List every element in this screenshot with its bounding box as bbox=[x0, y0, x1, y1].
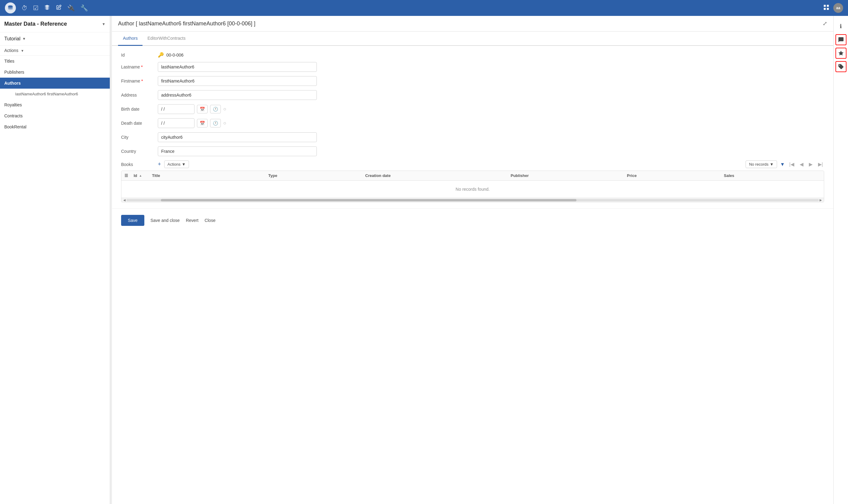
grid-icon[interactable] bbox=[823, 4, 830, 12]
edit-check-icon[interactable] bbox=[56, 4, 62, 12]
table-body: No records found. bbox=[121, 181, 824, 198]
firstname-input[interactable] bbox=[158, 76, 317, 86]
deathdate-time-icon[interactable]: 🕐 bbox=[210, 119, 221, 127]
form-row-birthdate: Birth date 📅 🕐 ○ bbox=[121, 104, 824, 114]
checkbox-icon[interactable]: ☑ bbox=[33, 4, 38, 12]
country-label: Country bbox=[121, 149, 158, 154]
sidebar-dropdown-icon[interactable]: ▼ bbox=[102, 22, 106, 26]
scroll-left-icon[interactable]: ◀ bbox=[123, 198, 126, 202]
filter-button[interactable]: ▼ bbox=[780, 162, 785, 167]
books-table: ☰ Id ▲ Title Type Creation date Publishe… bbox=[121, 170, 824, 202]
deathdate-input[interactable] bbox=[158, 118, 194, 128]
city-label: City bbox=[121, 135, 158, 140]
scrollbar-thumb[interactable] bbox=[161, 199, 577, 201]
sidebar-item-royalties[interactable]: Royalties bbox=[0, 99, 110, 110]
id-value-container: 🔑 00-0-006 bbox=[158, 52, 183, 58]
form-row-firstname: Firstname bbox=[121, 76, 824, 86]
avatar[interactable]: aa bbox=[833, 3, 843, 13]
tag-panel-icon[interactable] bbox=[835, 61, 846, 72]
deathdate-label: Death date bbox=[121, 121, 158, 126]
books-add-button[interactable]: + bbox=[158, 161, 161, 167]
next-page-button[interactable]: ▶ bbox=[808, 161, 814, 168]
tutorial-dropdown-icon[interactable]: ▼ bbox=[22, 37, 26, 41]
actions-dropdown-icon[interactable]: ▼ bbox=[21, 49, 24, 53]
th-menu-icon: ☰ bbox=[124, 173, 134, 178]
right-panel: ℹ bbox=[833, 16, 848, 504]
sidebar-item-titles[interactable]: Titles bbox=[0, 56, 110, 67]
birthdate-input[interactable] bbox=[158, 104, 194, 114]
star-panel-icon[interactable] bbox=[835, 48, 846, 59]
th-sales[interactable]: Sales bbox=[724, 173, 821, 178]
books-toolbar: + Actions ▼ No records ▼ ▼ |◀ bbox=[158, 160, 824, 168]
books-actions-label: Actions bbox=[167, 162, 181, 166]
lastname-input[interactable] bbox=[158, 62, 317, 72]
form-row-deathdate: Death date 📅 🕐 ○ bbox=[121, 118, 824, 128]
wrench-icon[interactable]: 🔧 bbox=[81, 4, 88, 12]
form-content: Id 🔑 00-0-006 Lastname Firstname bbox=[112, 46, 833, 209]
clock-icon[interactable]: ⏱ bbox=[21, 4, 28, 12]
sidebar-header: Master Data - Reference ▼ bbox=[0, 16, 110, 32]
deathdate-clear-icon[interactable]: ○ bbox=[223, 121, 226, 126]
form-panel: Authors EditorWithContracts Id 🔑 00-0-00… bbox=[112, 32, 833, 504]
firstname-label: Firstname bbox=[121, 78, 158, 84]
plug-icon[interactable]: 🔌 bbox=[67, 4, 75, 12]
svg-rect-3 bbox=[824, 7, 826, 10]
first-page-button[interactable]: |◀ bbox=[788, 161, 795, 168]
prev-page-button[interactable]: ◀ bbox=[798, 161, 805, 168]
svg-rect-1 bbox=[824, 4, 826, 6]
comment-panel-icon[interactable] bbox=[835, 34, 846, 45]
tab-authors[interactable]: Authors bbox=[118, 32, 142, 46]
sidebar: Master Data - Reference ▼ Tutorial ▼ Act… bbox=[0, 16, 110, 504]
sidebar-nav: Titles Publishers Authors lastNameAuthor… bbox=[0, 56, 110, 504]
info-panel-icon[interactable]: ℹ bbox=[835, 21, 846, 32]
id-value: 00-0-006 bbox=[166, 53, 183, 57]
revert-button[interactable]: Revert bbox=[186, 215, 198, 226]
form-row-city: City bbox=[121, 132, 824, 142]
top-bar-right: aa bbox=[823, 3, 843, 13]
books-header: Books + Actions ▼ No records ▼ bbox=[121, 160, 824, 168]
th-title[interactable]: Title bbox=[152, 173, 268, 178]
content-title: Author [ lastNameAuthor6 firstNameAuthor… bbox=[118, 20, 255, 27]
database-icon[interactable] bbox=[5, 2, 16, 14]
deathdate-value-container: 📅 🕐 ○ bbox=[158, 118, 226, 128]
no-records-label: No records bbox=[749, 162, 768, 166]
th-type[interactable]: Type bbox=[268, 173, 365, 178]
svg-rect-4 bbox=[827, 7, 829, 10]
no-records-dropdown-icon: ▼ bbox=[770, 162, 774, 166]
birthdate-clear-icon[interactable]: ○ bbox=[223, 106, 226, 112]
sidebar-item-bookrental[interactable]: BookRental bbox=[0, 121, 110, 132]
country-input[interactable] bbox=[158, 146, 317, 156]
sidebar-actions[interactable]: Actions ▼ bbox=[0, 46, 110, 56]
expand-icon[interactable]: ⤢ bbox=[823, 20, 827, 27]
svg-marker-5 bbox=[838, 51, 843, 56]
scroll-right-icon[interactable]: ▶ bbox=[819, 198, 823, 202]
books-actions-dropdown-icon: ▼ bbox=[182, 162, 186, 166]
th-publisher[interactable]: Publisher bbox=[511, 173, 627, 178]
sidebar-item-publishers[interactable]: Publishers bbox=[0, 67, 110, 78]
books-actions-button[interactable]: Actions ▼ bbox=[164, 160, 189, 168]
save-button[interactable]: Save bbox=[121, 215, 144, 226]
save-and-close-button[interactable]: Save and close bbox=[151, 215, 180, 226]
no-records-button[interactable]: No records ▼ bbox=[745, 160, 777, 168]
layers-icon[interactable] bbox=[44, 4, 50, 12]
city-input[interactable] bbox=[158, 132, 317, 142]
birthdate-calendar-icon[interactable]: 📅 bbox=[197, 105, 208, 113]
address-input[interactable] bbox=[158, 90, 317, 100]
tab-editor-with-contracts[interactable]: EditorWithContracts bbox=[142, 32, 190, 46]
actions-label[interactable]: Actions bbox=[4, 48, 18, 53]
deathdate-calendar-icon[interactable]: 📅 bbox=[197, 119, 208, 127]
birthdate-time-icon[interactable]: 🕐 bbox=[210, 105, 221, 113]
birthdate-label: Birth date bbox=[121, 107, 158, 111]
sidebar-item-contracts[interactable]: Contracts bbox=[0, 110, 110, 121]
sidebar-item-author-record[interactable]: lastNameAuthor6 firstNameAuthor6 bbox=[0, 89, 110, 99]
th-price[interactable]: Price bbox=[627, 173, 724, 178]
last-page-button[interactable]: ▶| bbox=[817, 161, 824, 168]
close-button[interactable]: Close bbox=[205, 215, 216, 226]
th-id[interactable]: Id ▲ bbox=[134, 173, 152, 178]
sidebar-item-authors[interactable]: Authors bbox=[0, 78, 110, 89]
lastname-label: Lastname bbox=[121, 65, 158, 69]
id-label: Id bbox=[121, 53, 158, 57]
scrollbar-track[interactable] bbox=[126, 199, 819, 201]
table-scrollbar[interactable]: ◀ ▶ bbox=[121, 198, 824, 202]
th-creation-date[interactable]: Creation date bbox=[365, 173, 510, 178]
